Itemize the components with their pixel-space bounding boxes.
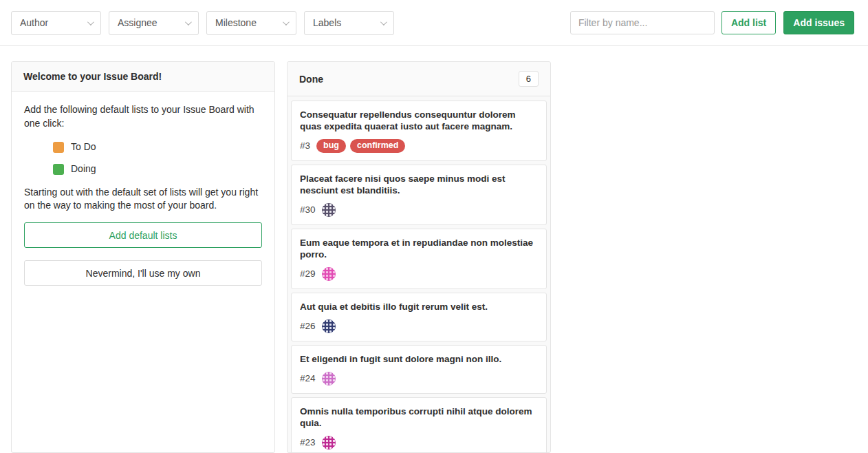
board-list-done: Done 6 Consequatur repellendus consequun… — [287, 61, 551, 453]
issue-title[interactable]: Et eligendi in fugit sunt dolore magni n… — [300, 353, 538, 365]
chevron-down-icon — [380, 19, 387, 25]
issue-id: #3 — [300, 140, 310, 151]
chevron-down-icon — [87, 19, 94, 25]
filter-bar-right: Add list Add issues — [570, 11, 854, 34]
issue-title[interactable]: Placeat facere nisi quos saepe minus mod… — [300, 173, 538, 196]
issue-card[interactable]: Consequatur repellendus consequuntur dol… — [291, 101, 547, 161]
issue-card-footer: #30 — [300, 203, 538, 217]
issue-card-footer: #23 — [300, 436, 538, 450]
nevermind-button[interactable]: Nevermind, I'll use my own — [24, 260, 262, 286]
welcome-intro-text: Add the following default lists to your … — [24, 103, 262, 131]
labels-dropdown-label: Labels — [313, 17, 341, 28]
assignee-dropdown-label: Assignee — [118, 17, 158, 28]
board-list-header[interactable]: Done 6 — [287, 62, 550, 96]
issue-card-list: Consequatur repellendus consequuntur dol… — [287, 96, 550, 452]
todo-color-swatch — [53, 142, 64, 153]
add-list-button[interactable]: Add list — [721, 11, 776, 34]
issue-card-footer: #3bugconfirmed — [300, 139, 538, 153]
issue-title[interactable]: Consequatur repellendus consequuntur dol… — [300, 109, 538, 132]
issue-id: #30 — [300, 204, 316, 215]
welcome-outro-text: Starting out with the default set of lis… — [24, 186, 262, 213]
default-list-item-doing: Doing — [24, 158, 262, 180]
default-list-item-todo: To Do — [24, 136, 262, 158]
author-dropdown[interactable]: Author — [11, 11, 101, 35]
issue-card[interactable]: Omnis nulla temporibus corrupti nihil at… — [291, 397, 547, 453]
issue-title[interactable]: Aut quia et debitis illo fugit rerum vel… — [300, 301, 538, 313]
issue-label-confirmed[interactable]: confirmed — [350, 139, 405, 153]
labels-dropdown[interactable]: Labels — [304, 11, 394, 35]
milestone-dropdown-label: Milestone — [215, 17, 257, 28]
issue-title[interactable]: Omnis nulla temporibus corrupti nihil at… — [300, 405, 538, 429]
issue-card[interactable]: Placeat facere nisi quos saepe minus mod… — [291, 165, 547, 225]
milestone-dropdown[interactable]: Milestone — [206, 11, 296, 35]
assignee-avatar[interactable] — [322, 372, 336, 386]
add-issues-button[interactable]: Add issues — [783, 11, 854, 34]
issue-board: Welcome to your Issue Board! Add the fol… — [0, 46, 868, 453]
add-default-lists-button[interactable]: Add default lists — [24, 222, 262, 248]
issue-title[interactable]: Eum eaque tempora et in repudiandae non … — [300, 237, 538, 260]
board-list-title: Done — [299, 74, 323, 85]
issue-card[interactable]: Et eligendi in fugit sunt dolore magni n… — [291, 345, 547, 394]
issue-id: #26 — [300, 321, 316, 331]
welcome-panel-body: Add the following default lists to your … — [12, 92, 274, 297]
welcome-panel-header: Welcome to your Issue Board! — [12, 62, 274, 92]
doing-label: Doing — [71, 162, 96, 176]
doing-color-swatch — [53, 164, 64, 175]
issue-card[interactable]: Eum eaque tempora et in repudiandae non … — [291, 229, 547, 289]
filter-bar: Author Assignee Milestone Labels Add lis… — [0, 0, 868, 46]
welcome-panel: Welcome to your Issue Board! Add the fol… — [11, 61, 275, 453]
issue-id: #23 — [300, 437, 316, 447]
issue-card-footer: #24 — [300, 372, 538, 386]
issue-card-footer: #26 — [300, 319, 538, 333]
author-dropdown-label: Author — [20, 17, 48, 28]
issue-id: #24 — [300, 373, 316, 383]
issue-card-footer: #29 — [300, 267, 538, 281]
welcome-panel-title: Welcome to your Issue Board! — [23, 71, 162, 82]
assignee-avatar[interactable] — [322, 436, 336, 450]
issue-count-badge: 6 — [519, 71, 539, 87]
issue-card[interactable]: Aut quia et debitis illo fugit rerum vel… — [291, 293, 547, 341]
chevron-down-icon — [185, 19, 192, 25]
todo-label: To Do — [71, 140, 96, 154]
assignee-dropdown[interactable]: Assignee — [109, 11, 199, 35]
assignee-avatar[interactable] — [322, 319, 336, 333]
assignee-avatar[interactable] — [322, 203, 336, 217]
issue-label-bug[interactable]: bug — [316, 139, 346, 153]
chevron-down-icon — [283, 19, 290, 25]
filter-by-name-input[interactable] — [570, 11, 715, 34]
assignee-avatar[interactable] — [322, 267, 336, 281]
default-lists: To Do Doing — [24, 136, 262, 180]
issue-id: #29 — [300, 268, 316, 279]
